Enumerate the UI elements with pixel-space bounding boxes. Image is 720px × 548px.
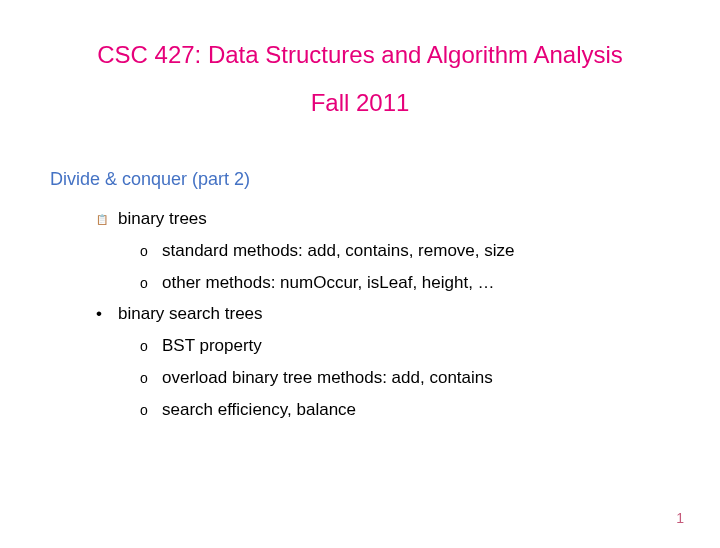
title-line-1: CSC 427: Data Structures and Algorithm A… (50, 38, 670, 72)
page-number: 1 (676, 510, 684, 526)
slide: CSC 427: Data Structures and Algorithm A… (0, 0, 720, 424)
list-item: search efficiency, balance (140, 395, 670, 425)
item-text: other methods: numOccur, isLeaf, height,… (162, 273, 495, 292)
item-text: overload binary tree methods: add, conta… (162, 368, 493, 387)
title-line-2: Fall 2011 (50, 86, 670, 120)
outline-list: binary trees standard methods: add, cont… (100, 204, 670, 424)
list-item: standard methods: add, contains, remove,… (140, 236, 670, 266)
list-item: overload binary tree methods: add, conta… (140, 363, 670, 393)
item-text: binary search trees (118, 304, 263, 323)
list-item: other methods: numOccur, isLeaf, height,… (140, 268, 670, 298)
list-item: binary trees (100, 204, 670, 234)
item-text: binary trees (118, 209, 207, 228)
item-text: BST property (162, 336, 262, 355)
item-text: standard methods: add, contains, remove,… (162, 241, 514, 260)
slide-title: CSC 427: Data Structures and Algorithm A… (50, 38, 670, 119)
list-item: binary search trees (100, 299, 670, 329)
list-item: BST property (140, 331, 670, 361)
item-text: search efficiency, balance (162, 400, 356, 419)
section-header: Divide & conquer (part 2) (50, 169, 670, 190)
